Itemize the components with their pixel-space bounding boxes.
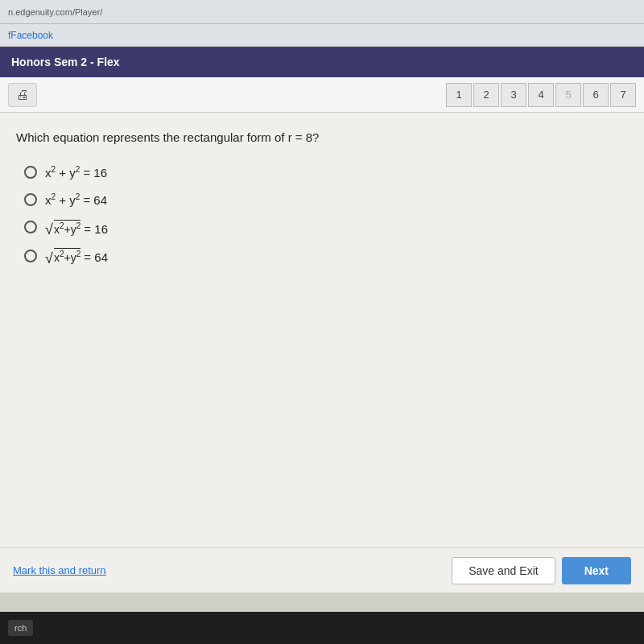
q-num-4[interactable]: 4: [528, 83, 554, 107]
sqrt-radicand-c: x2+y2: [54, 220, 80, 236]
facebook-bookmark[interactable]: Facebook: [10, 30, 53, 41]
option-a-text: x2 + y2 = 16: [45, 165, 107, 180]
option-c-text: √ x2+y2 = 16: [45, 220, 108, 236]
option-d[interactable]: √ x2+y2 = 64: [24, 248, 628, 264]
browser-bar: n.edgenuity.com/Player/: [0, 0, 644, 24]
sqrt-symbol-c: √: [45, 222, 53, 237]
q-num-6[interactable]: 6: [583, 83, 609, 107]
sqrt-symbol-d: √: [45, 251, 53, 266]
main-content: Which equation represents the rectangula…: [0, 113, 644, 592]
options-list: x2 + y2 = 16 x2 + y2 = 64 √ x2+y2 = 16: [16, 165, 628, 264]
mark-return-link[interactable]: Mark this and return: [13, 564, 106, 576]
taskbar-search[interactable]: rch: [8, 620, 33, 636]
option-b[interactable]: x2 + y2 = 64: [24, 192, 628, 207]
q-num-2[interactable]: 2: [473, 83, 499, 107]
next-button[interactable]: Next: [562, 557, 631, 584]
radio-b[interactable]: [24, 193, 37, 206]
option-d-text: √ x2+y2 = 64: [45, 248, 108, 264]
app-title: Honors Sem 2 - Flex: [11, 56, 120, 68]
print-button[interactable]: 🖨: [8, 83, 37, 107]
bookmarks-bar: f Facebook: [0, 24, 644, 47]
bottom-bar: Mark this and return Save and Exit Next: [0, 547, 644, 592]
sqrt-radicand-d: x2+y2: [54, 248, 80, 264]
save-exit-button[interactable]: Save and Exit: [452, 557, 555, 584]
option-a[interactable]: x2 + y2 = 16: [24, 165, 628, 180]
taskbar: rch: [0, 612, 644, 644]
radio-c[interactable]: [24, 221, 37, 233]
radio-a[interactable]: [24, 166, 37, 179]
question-numbers: 1 2 3 4 5 6 7: [446, 83, 636, 107]
q-num-3[interactable]: 3: [501, 83, 526, 107]
print-icon: 🖨: [16, 88, 29, 102]
q-num-5: 5: [555, 83, 581, 107]
q-num-1[interactable]: 1: [446, 83, 472, 107]
option-c[interactable]: √ x2+y2 = 16: [24, 220, 628, 236]
q-num-7[interactable]: 7: [610, 83, 636, 107]
app-header: Honors Sem 2 - Flex: [0, 47, 644, 77]
url-text: n.edgenuity.com/Player/: [8, 7, 102, 17]
question-nav-bar: 🖨 1 2 3 4 5 6 7: [0, 77, 644, 113]
question-text: Which equation represents the rectangula…: [16, 129, 628, 147]
action-buttons: Save and Exit Next: [452, 557, 631, 584]
option-b-text: x2 + y2 = 64: [45, 192, 107, 207]
radio-d[interactable]: [24, 250, 37, 262]
